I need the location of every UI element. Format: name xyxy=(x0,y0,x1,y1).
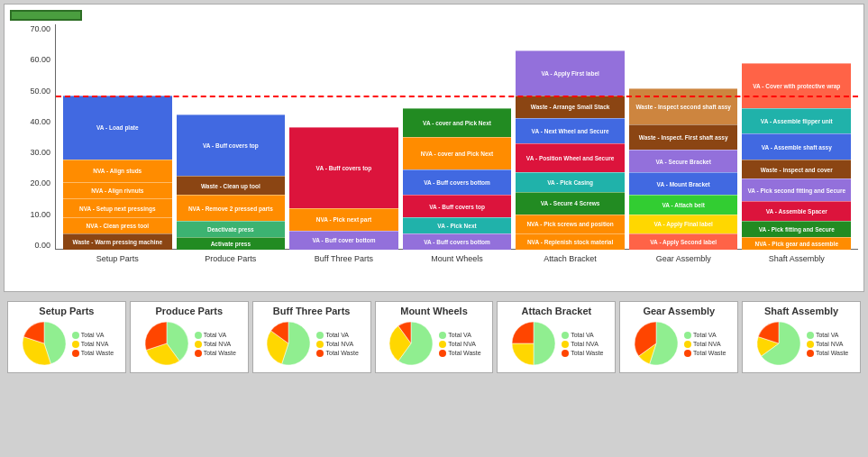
yamazumi-chart: Waste - Warm pressing machineNVA - Clean… xyxy=(10,24,858,286)
segment-label: VA - Buff covers top xyxy=(289,164,398,172)
legend-dot xyxy=(562,341,569,348)
legend-label: Total NVA xyxy=(693,341,721,347)
legend-dot xyxy=(195,332,202,339)
segment-label: NVA - Pick gear and assemble xyxy=(742,240,851,248)
pie-svg xyxy=(754,319,804,369)
segment-label: VA - Buff cover bottom xyxy=(289,236,398,244)
pie-title: Mount Wheels xyxy=(400,306,468,316)
bar-group-mount-wheels: VA - Buff covers bottomVA - Pick NextVA … xyxy=(403,108,512,250)
bar-segment: VA - Assemble shaft assy xyxy=(742,133,851,160)
segment-label: Waste - Inspect second shaft assy xyxy=(629,103,738,111)
x-label-produce-parts: Produce Parts xyxy=(177,254,286,263)
bar-segment: Waste - Clean up tool xyxy=(177,176,286,195)
legend-label: Total NVA xyxy=(816,341,844,347)
pie-section: Setup PartsTotal VATotal NVATotal WasteP… xyxy=(4,297,864,377)
pie-legend: Total VATotal NVATotal Waste xyxy=(684,332,726,357)
bar-segment: Waste - inspect and cover xyxy=(742,160,851,178)
legend-item: Total VA xyxy=(195,332,236,339)
segment-label: Waste - Arrange Small Stack xyxy=(516,103,625,111)
y-tick-value: 70.00 xyxy=(30,24,50,33)
bar-segment: NVA - Pick screws and position xyxy=(516,215,625,233)
chart-header xyxy=(10,10,858,21)
bar-shaft-assembly: NVA - Pick gear and assembleVA - Pick fi… xyxy=(742,63,851,250)
pie-legend: Total VATotal NVATotal Waste xyxy=(195,332,236,357)
segment-label: Activate press xyxy=(177,240,286,248)
legend-dot xyxy=(72,332,79,339)
legend-item: Total NVA xyxy=(195,341,236,348)
legend-item: Total VA xyxy=(807,332,848,339)
legend-label: Total VA xyxy=(571,332,594,338)
pie-row: Total VATotal NVATotal Waste xyxy=(509,319,603,369)
bar-segment: Waste - Warm pressing machine xyxy=(63,233,172,250)
bar-group-shaft-assembly: NVA - Pick gear and assembleVA - Pick fi… xyxy=(742,63,851,250)
pie-svg xyxy=(509,319,559,369)
legend-label: Total VA xyxy=(204,332,227,338)
bar-segment: VA - Load plate xyxy=(63,96,172,160)
segment-label: NVA - Clean press tool xyxy=(63,222,172,230)
bar-segment: NVA - Pick next part xyxy=(289,208,398,231)
bars-inner: Waste - Warm pressing machineNVA - Clean… xyxy=(56,24,858,250)
legend-item: Total Waste xyxy=(316,350,358,357)
bar-segment: VA - Buff cover bottom xyxy=(289,231,398,250)
pie-row: Total VATotal NVATotal Waste xyxy=(632,319,726,369)
legend-item: Total VA xyxy=(72,332,114,339)
pie-card-produce-parts-pie: Produce PartsTotal VATotal NVATotal Wast… xyxy=(130,301,249,373)
pie-title: Setup Parts xyxy=(39,306,94,316)
bar-segment: VA - Buff covers top xyxy=(289,127,398,207)
pie-card-mount-wheels-pie: Mount WheelsTotal VATotal NVATotal Waste xyxy=(375,301,494,373)
bar-segment: NVA - Align studs xyxy=(63,160,172,182)
legend-item: Total VA xyxy=(562,332,603,339)
legend-item: Total Waste xyxy=(807,350,848,357)
pie-legend: Total VATotal NVATotal Waste xyxy=(316,332,358,357)
x-label-mount-wheels: Mount Wheels xyxy=(403,254,512,263)
legend-dot xyxy=(195,350,202,357)
bar-segment: VA - Buff covers top xyxy=(403,195,512,217)
pie-card-attach-bracket-pie: Attach BracketTotal VATotal NVATotal Was… xyxy=(497,301,616,373)
pie-card-setup-parts-pie: Setup PartsTotal VATotal NVATotal Waste xyxy=(7,301,126,373)
legend-dot xyxy=(439,350,446,357)
bar-segment: VA - Apply First label xyxy=(516,50,625,96)
pie-slice xyxy=(512,343,534,365)
bar-segment: VA - Pick Next xyxy=(403,217,512,233)
legend-label: Total VA xyxy=(693,332,717,338)
legend-dot xyxy=(807,341,814,348)
segment-label: NVA - Pick next part xyxy=(289,215,398,224)
bar-segment: Waste - Arrange Small Stack xyxy=(516,96,625,118)
legend-item: Total Waste xyxy=(72,350,114,357)
legend-label: Total Waste xyxy=(448,350,480,356)
segment-label: VA - Buff covers top xyxy=(177,142,286,150)
bar-buff-three-parts: VA - Buff cover bottomNVA - Pick next pa… xyxy=(289,127,398,250)
pie-svg xyxy=(264,319,314,369)
segment-label: Waste - Clean up tool xyxy=(177,182,286,190)
legend-item: Total NVA xyxy=(684,341,726,348)
segment-label: VA - Cover with protective wrap xyxy=(742,82,851,90)
pie-card-gear-assembly-pie: Gear AssemblyTotal VATotal NVATotal Wast… xyxy=(619,301,738,373)
legend-label: Total VA xyxy=(816,332,839,338)
pie-row: Total VATotal NVATotal Waste xyxy=(20,319,114,369)
bar-segment: VA - Attach belt xyxy=(629,195,738,214)
pie-title: Gear Assembly xyxy=(643,306,715,316)
segment-label: VA - Assemble flipper unit xyxy=(742,117,851,125)
x-label-setup-parts: Setup Parts xyxy=(63,254,172,263)
pie-row: Total VATotal NVATotal Waste xyxy=(142,319,236,369)
legend-label: Total NVA xyxy=(325,341,353,347)
segment-label: VA - Assemble Spacer xyxy=(742,207,851,215)
bar-segment: VA - Pick fitting and Secure xyxy=(742,221,851,237)
bar-segment: VA - Secure 4 Screws xyxy=(516,192,625,215)
pie-legend: Total VATotal NVATotal Waste xyxy=(562,332,603,357)
bar-segment: VA - Next Wheel and Secure xyxy=(516,118,625,144)
pie-title: Attach Bracket xyxy=(522,306,592,316)
x-label-buff-three-parts: Buff Three Parts xyxy=(289,254,398,263)
legend-label: Total Waste xyxy=(325,350,358,356)
bar-segment: Waste - Inspect second shaft assy xyxy=(629,88,738,123)
bar-segment: NVA - Clean press tool xyxy=(63,217,172,233)
pie-title: Shaft Assembly xyxy=(764,306,838,316)
legend-label: Total Waste xyxy=(571,350,603,356)
legend-label: Total NVA xyxy=(571,341,598,347)
segment-label: Waste - Warm pressing machine xyxy=(63,238,172,246)
see-data-button[interactable] xyxy=(10,10,82,21)
legend-label: Total VA xyxy=(81,332,105,338)
y-tick-value: 10.00 xyxy=(30,210,50,219)
pie-row: Total VATotal NVATotal Waste xyxy=(754,319,848,369)
bar-segment: NVA - Replenish stock material xyxy=(516,233,625,250)
